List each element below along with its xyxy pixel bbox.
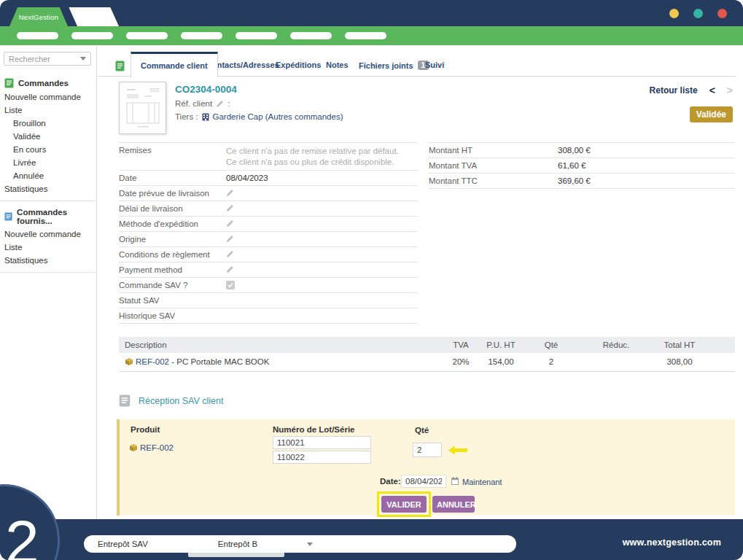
field-value: Ce client n'a pas de remise relative par… — [226, 146, 399, 168]
field-label: Conditions de règlement — [119, 250, 226, 259]
field-row-historique-sav: Historique SAV — [119, 308, 418, 324]
sav-section-label: Réception SAV client — [139, 396, 224, 406]
field-row-payment: Payment method — [119, 262, 418, 278]
previous-record-arrow[interactable]: < — [709, 85, 715, 96]
product-cube-icon — [129, 443, 138, 452]
warehouse-selected-value: Entrepôt B — [218, 540, 257, 548]
line-pu-cell: 154,00 — [482, 353, 520, 371]
tab-suivi[interactable]: Suivi — [425, 61, 444, 69]
app-window: NextGestion Rechercher Commandes Nouvel — [0, 0, 743, 560]
list-navigation: Retour liste < > — [650, 85, 733, 96]
search-input[interactable]: Rechercher — [4, 52, 91, 66]
sidebar-item-brouillon[interactable]: Brouillon — [0, 117, 96, 130]
pencil-icon[interactable] — [226, 219, 234, 228]
sav-product-row: REF-002 — [129, 443, 174, 452]
pencil-icon[interactable] — [216, 100, 224, 108]
tab-notes[interactable]: Notes — [326, 61, 349, 69]
window-dot-yellow[interactable] — [669, 9, 679, 18]
tab-fichiers-joints[interactable]: Fichiers joints1 — [359, 61, 429, 70]
remise-note: Ce client n'a pas de remise relative par… — [226, 146, 399, 157]
order-tiers-row: Tiers : Garderie Cap (Autres commandes) — [175, 112, 343, 121]
menubar-item[interactable] — [290, 32, 332, 39]
sidebar-menu: Commandes Nouvelle commande Liste Brouil… — [0, 71, 96, 273]
field-row-origine: Origine — [119, 232, 418, 247]
annuler-button[interactable]: ANNULER — [432, 496, 475, 513]
sidebar-item-en-cours[interactable]: En cours — [0, 143, 96, 156]
sidebar-section-commandes[interactable]: Commandes — [0, 76, 96, 90]
maintenant-link[interactable]: Maintenant — [462, 478, 502, 486]
sidebar-item-nouvelle-commande[interactable]: Nouvelle commande — [0, 90, 96, 104]
column-header: Total HT — [650, 337, 709, 353]
next-record-arrow[interactable]: > — [727, 85, 733, 96]
calendar-icon[interactable] — [451, 477, 459, 485]
field-row-remises: Remises Ce client n'a pas de remise rela… — [119, 143, 418, 171]
sav-product-ref-link[interactable]: REF-002 — [140, 443, 174, 452]
product-ref-link[interactable]: REF-002 — [136, 357, 169, 366]
window-dot-red[interactable] — [717, 9, 727, 18]
sidebar-item-livree[interactable]: Livrée — [0, 156, 96, 169]
field-value: 08/04/2023 — [226, 174, 268, 182]
totals-table: Montant HT 308,00 € Montant TVA 61,60 € … — [429, 142, 735, 189]
sidebar-item-validee[interactable]: Validée — [0, 130, 96, 143]
total-label: Montant TVA — [429, 161, 558, 170]
sidebar-item-nouvelle-commande-fournisseur[interactable]: Nouvelle commande — [0, 228, 96, 241]
line-spacer-cell — [709, 353, 735, 371]
sidebar-section-commandes-fournisseurs[interactable]: Commandes fournis... — [0, 206, 96, 228]
tab-expeditions[interactable]: Expéditions — [276, 61, 321, 69]
qty-input[interactable] — [413, 443, 442, 457]
menubar-item[interactable] — [345, 32, 386, 39]
sidebar-item-statistiques[interactable]: Statistiques — [0, 182, 96, 195]
lot-serial-input-1[interactable] — [273, 436, 371, 449]
pencil-icon[interactable] — [226, 204, 234, 212]
field-row-date: Date 08/04/2023 — [119, 171, 418, 186]
pencil-icon[interactable] — [226, 235, 234, 243]
chevron-down-icon — [307, 542, 313, 546]
sidebar-item-annulee[interactable]: Annulée — [0, 169, 96, 182]
footer-bar: Entrepôt SAV Entrepôt B www.nextgestion.… — [0, 519, 743, 560]
warehouse-pill: Entrepôt SAV Entrepôt B — [84, 535, 516, 553]
tiers-label: Tiers : — [175, 112, 198, 121]
sidebar-item-liste[interactable]: Liste — [0, 104, 96, 117]
lot-serie-header: Numéro de Lot/Série — [273, 425, 354, 434]
sidebar-item-liste-fournisseur[interactable]: Liste — [0, 241, 96, 254]
warehouse-select[interactable]: Entrepôt B — [218, 540, 313, 548]
checkbox-checked[interactable] — [226, 281, 235, 289]
status-badge: Validée — [690, 106, 733, 122]
product-description: - PC Portable MAC BOOK — [169, 357, 269, 366]
search-placeholder: Rechercher — [9, 55, 50, 63]
menubar-item[interactable] — [17, 32, 58, 39]
field-label: Historique SAV — [119, 311, 226, 320]
tiers-link[interactable]: Garderie Cap (Autres commandes) — [213, 112, 343, 121]
tab-commande-client[interactable]: Commande client — [131, 52, 218, 77]
sidebar-item-statistiques-fournisseur[interactable]: Statistiques — [0, 254, 96, 267]
chevron-down-icon — [80, 57, 86, 61]
window-controls — [669, 9, 727, 18]
total-row-ht: Montant HT 308,00 € — [429, 143, 735, 158]
pencil-icon[interactable] — [226, 250, 234, 258]
column-header-spacer — [709, 337, 735, 353]
retour-liste-link[interactable]: Retour liste — [650, 85, 698, 96]
valider-button[interactable]: VALIDER — [381, 496, 427, 513]
header-tab-blank[interactable] — [62, 7, 119, 26]
pencil-icon[interactable] — [226, 265, 234, 273]
lot-serial-input-2[interactable] — [273, 451, 371, 464]
order-lines-table: Description TVA P.U. HT Qté Réduc. Total… — [119, 337, 735, 372]
menubar-item[interactable] — [71, 32, 113, 39]
section-title: Commandes fournis... — [17, 208, 92, 225]
column-header: TVA — [440, 337, 482, 353]
menubar-item[interactable] — [181, 32, 222, 39]
menubar-item[interactable] — [126, 32, 168, 39]
field-label: Statut SAV — [119, 296, 226, 305]
sidebar-divider — [0, 201, 96, 201]
document-thumbnail[interactable] — [119, 82, 166, 134]
document-icon — [4, 211, 12, 222]
total-label: Montant HT — [429, 146, 558, 155]
column-header: P.U. HT — [482, 337, 520, 353]
brand-logo[interactable]: NextGestion — [9, 7, 68, 26]
sav-date-input[interactable] — [401, 475, 446, 488]
field-row-methode: Méthode d'expédition — [119, 217, 418, 232]
menubar-item[interactable] — [236, 32, 277, 39]
window-dot-teal[interactable] — [693, 9, 703, 18]
ref-client-label: Réf. client — [175, 99, 212, 108]
pencil-icon[interactable] — [226, 189, 234, 197]
